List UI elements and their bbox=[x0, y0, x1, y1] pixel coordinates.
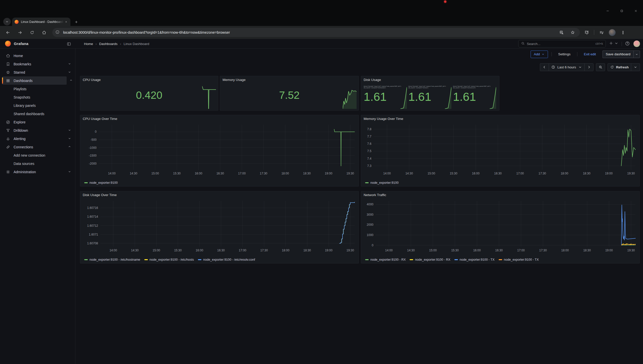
address-bar[interactable]: localhost:3000/d/linux-monitor-pro/linux… bbox=[52, 28, 580, 37]
sidebar-item-playlists[interactable]: Playlists bbox=[0, 85, 75, 93]
bookmark-star-icon[interactable] bbox=[569, 29, 576, 36]
x-axis-tick: 16:30 bbox=[495, 249, 503, 252]
panel-title[interactable]: Disk Usage Over Time bbox=[83, 193, 117, 197]
sidebar-item-add-new-connection[interactable]: Add new connection bbox=[0, 151, 75, 159]
legend-item[interactable]: node_exporter:9100 - /etc/hosts bbox=[144, 258, 194, 261]
sidebar-item-snapshots[interactable]: Snapshots bbox=[0, 93, 75, 101]
memory-usage-value: 7.52 bbox=[220, 89, 359, 101]
home-icon[interactable] bbox=[40, 28, 48, 37]
x-axis-tick: 15:00 bbox=[151, 172, 159, 175]
chevron-up-icon[interactable] bbox=[69, 78, 73, 82]
cpu-chart-plot[interactable]: 14:0014:3015:0015:3016:0016:3017:0017:30… bbox=[82, 123, 357, 176]
sidebar-item-alerting[interactable]: Alerting bbox=[0, 134, 75, 143]
legend-item[interactable]: node_exporter:9100 bbox=[84, 181, 118, 185]
panel-disk-usage[interactable]: Disk Usage {device="/dev/sda1", fstype="… bbox=[361, 76, 499, 111]
time-shift-forward-button[interactable] bbox=[584, 64, 593, 71]
sidebar-item-shared-dashboards[interactable]: Shared dashboards bbox=[0, 110, 75, 118]
panel-title[interactable]: Memory Usage bbox=[223, 78, 246, 82]
time-shift-back-button[interactable] bbox=[540, 64, 549, 71]
add-panel-button[interactable]: Add bbox=[531, 51, 548, 58]
forward-icon[interactable] bbox=[16, 28, 24, 37]
help-icon[interactable] bbox=[625, 41, 630, 47]
panel-disk-usage-over-time[interactable]: Disk Usage Over Time 14:0014:3015:0015:3… bbox=[80, 191, 359, 263]
extensions-icon[interactable] bbox=[583, 29, 590, 36]
legend-swatch-icon bbox=[198, 259, 201, 260]
media-controls-icon[interactable] bbox=[598, 29, 605, 36]
chevron-down-icon[interactable] bbox=[68, 128, 72, 132]
sidebar-item-explore[interactable]: Explore bbox=[0, 118, 75, 126]
x-axis-tick: 17:30 bbox=[260, 172, 267, 175]
refresh-button[interactable]: Refresh bbox=[608, 64, 631, 71]
browser-tab[interactable]: Linux Dashboard - Dashboards bbox=[12, 18, 70, 26]
legend-item[interactable]: node_exporter:9100 - /etc/resolv.conf bbox=[198, 258, 255, 261]
panel-cpu-usage-over-time[interactable]: CPU Usage Over Time 14:0014:3015:0015:30… bbox=[80, 115, 359, 187]
chevron-up-icon[interactable] bbox=[68, 145, 72, 149]
panel-memory-usage-over-time[interactable]: Memory Usage Over Time 14:0014:3015:0015… bbox=[361, 115, 640, 187]
chevron-down-icon[interactable] bbox=[68, 70, 72, 74]
translate-icon[interactable] bbox=[558, 29, 565, 36]
chevron-down-icon[interactable] bbox=[68, 136, 72, 141]
panel-title[interactable]: Memory Usage Over Time bbox=[364, 117, 403, 121]
tab-close-icon[interactable] bbox=[64, 20, 68, 24]
legend-item[interactable]: node_exporter:9100 - /etc/hostname bbox=[84, 258, 140, 261]
settings-button[interactable]: Settings bbox=[555, 51, 574, 58]
sidebar-item-dashboards[interactable]: Dashboards bbox=[2, 76, 67, 85]
panel-memory-usage[interactable]: Memory Usage 7.52 bbox=[220, 76, 359, 111]
panel-cpu-usage[interactable]: CPU Usage 0.420 bbox=[80, 76, 218, 111]
legend-item[interactable]: node_exporter:9100 bbox=[365, 181, 399, 185]
sidebar-item-administration[interactable]: Administration bbox=[0, 168, 75, 176]
network-chart-plot[interactable]: 14:0014:3015:0015:3016:0016:3017:0017:30… bbox=[363, 199, 638, 253]
zoom-out-button[interactable] bbox=[596, 64, 605, 71]
window-minimize-button[interactable] bbox=[604, 8, 611, 14]
new-tab-button[interactable] bbox=[73, 19, 79, 25]
save-dashboard-menu-button[interactable] bbox=[633, 51, 640, 58]
chevron-down-icon[interactable] bbox=[68, 62, 72, 66]
save-dashboard-button[interactable]: Save dashboard bbox=[603, 51, 633, 58]
reload-icon[interactable] bbox=[28, 28, 36, 37]
sidebar-item-drilldown[interactable]: Drilldown bbox=[0, 126, 75, 134]
window-maximize-button[interactable] bbox=[618, 8, 625, 14]
legend-item[interactable]: node_exporter:9100 - RX bbox=[365, 258, 406, 261]
user-avatar[interactable] bbox=[633, 40, 640, 47]
sidebar-item-starred[interactable]: Starred bbox=[0, 68, 75, 76]
site-info-icon[interactable] bbox=[55, 30, 60, 35]
exit-edit-button[interactable]: Exit edit bbox=[581, 51, 599, 58]
sidebar-item-label: Playlists bbox=[14, 87, 26, 91]
disk-sparkline bbox=[490, 87, 496, 109]
sidebar-item-connections[interactable]: Connections bbox=[0, 143, 75, 151]
dock-menu-icon[interactable] bbox=[66, 41, 72, 47]
sidebar-item-home[interactable]: Home bbox=[0, 52, 75, 60]
sidebar-item-data-sources[interactable]: Data sources bbox=[0, 159, 75, 168]
breadcrumb-home[interactable]: Home bbox=[84, 42, 93, 46]
refresh-interval-button[interactable] bbox=[631, 64, 640, 71]
browser-titlebar: Linux Dashboard - Dashboards bbox=[0, 0, 643, 26]
sidebar-item-library-panels[interactable]: Library panels bbox=[0, 101, 75, 110]
legend-item[interactable]: node_exporter:9100 - TX bbox=[499, 258, 539, 261]
y-axis-tick: 3000 bbox=[367, 213, 373, 216]
back-icon[interactable] bbox=[4, 28, 12, 37]
window-close-button[interactable] bbox=[632, 8, 639, 14]
search-input[interactable]: Search... ctrl+k bbox=[518, 40, 606, 48]
sidebar-item-label: Explore bbox=[14, 120, 25, 124]
memory-chart-plot[interactable]: 14:0014:3015:0015:3016:0016:3017:0017:30… bbox=[363, 123, 638, 176]
browser-profile-avatar[interactable] bbox=[609, 29, 616, 36]
url-text[interactable]: localhost:3000/d/linux-monitor-pro/linux… bbox=[63, 30, 558, 34]
panel-title[interactable]: Disk Usage bbox=[364, 78, 381, 82]
legend-item[interactable]: node_exporter:9100 - TX bbox=[454, 258, 495, 261]
panel-title[interactable]: CPU Usage bbox=[83, 78, 101, 82]
x-axis-tick: 17:00 bbox=[238, 172, 246, 175]
chevron-down-icon[interactable] bbox=[68, 170, 72, 174]
disk-chart-plot[interactable]: 14:0014:3015:0015:3016:0016:3017:0017:30… bbox=[82, 199, 357, 253]
sidebar-item-bookmarks[interactable]: Bookmarks bbox=[0, 60, 75, 68]
tab-search-button[interactable] bbox=[3, 18, 11, 25]
legend-item[interactable]: node_exporter:9100 - RX bbox=[410, 258, 450, 261]
panel-network-traffic[interactable]: Network Traffic 14:0014:3015:0015:3016:0… bbox=[361, 191, 640, 263]
browser-menu-icon[interactable] bbox=[620, 29, 626, 36]
time-range-picker[interactable]: Last 6 hours bbox=[549, 64, 584, 71]
new-menu-button[interactable] bbox=[609, 41, 619, 47]
x-axis-tick: 18:00 bbox=[561, 249, 569, 252]
panel-title[interactable]: Network Traffic bbox=[364, 193, 386, 197]
grafana-logo[interactable] bbox=[5, 41, 11, 47]
breadcrumb-dashboards[interactable]: Dashboards bbox=[99, 42, 117, 46]
panel-title[interactable]: CPU Usage Over Time bbox=[83, 117, 117, 121]
